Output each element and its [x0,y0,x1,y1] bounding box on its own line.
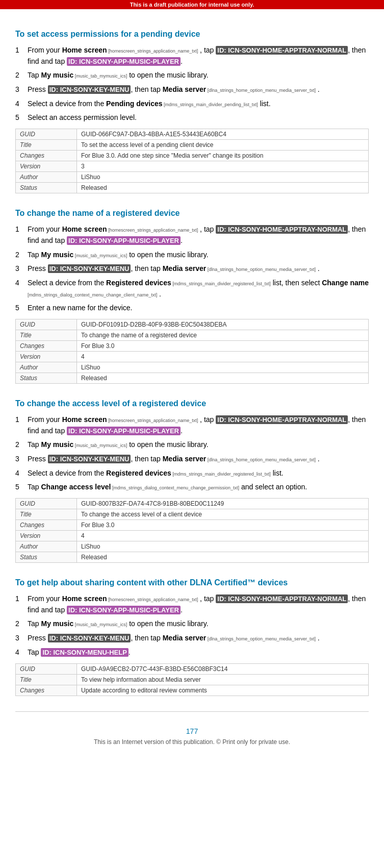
copyright-text: This is an Internet version of this publ… [15,738,369,746]
step-number: 1 [15,593,28,615]
steps-3: 1From your Home screen [homescreen_strin… [15,414,369,493]
section-title-4: To get help about sharing content with o… [15,578,369,587]
table-row: TitleTo change the access level of a cli… [16,509,369,520]
meta-value: LiShuo [77,362,369,373]
step-number: 4 [15,98,28,110]
meta-value: To change the name of a registered devic… [77,330,369,340]
meta-value: Released [77,373,369,383]
step-content: Enter a new name for the device. [28,303,369,314]
step-number: 3 [15,84,28,95]
meta-value: To set the access level of a pending cli… [77,140,369,151]
list-item: 1From your Home screen [homescreen_strin… [15,593,369,615]
footer: 177 This is an Internet version of this … [15,711,369,746]
meta-value: 4 [77,531,369,541]
meta-table-4: GUIDGUID-A9A9ECB2-D77C-443F-B3BD-E56C08B… [15,663,369,696]
step-number: 3 [15,263,28,275]
step-content: From your Home screen [homescreen_string… [28,224,369,246]
meta-label: Author [16,172,77,183]
table-row: StatusReleased [16,183,369,193]
table-row: ChangesFor Blue 3.0. Add one step since … [16,151,369,161]
meta-label: GUID [16,319,77,330]
step-content: Select a device from the Registered devi… [28,468,369,479]
meta-label: Version [16,531,77,541]
table-row: Version4 [16,531,369,541]
page-content: To set access permissions for a pending … [0,9,384,766]
step-content: Tap My music [music_tab_mymusic_ics] to … [28,439,369,451]
draft-banner: This is a draft publication for internal… [0,0,384,9]
table-row: StatusReleased [16,373,369,383]
meta-label: Status [16,552,77,563]
section-1: To set access permissions for a pending … [15,30,369,193]
meta-value: Released [77,552,369,563]
list-item: 2Tap My music [music_tab_mymusic_ics] to… [15,250,369,261]
meta-value: LiShuo [77,541,369,552]
table-row: TitleTo set the access level of a pendin… [16,140,369,151]
meta-value: 4 [77,351,369,362]
list-item: 1From your Home screen [homescreen_strin… [15,45,369,67]
table-row: ChangesFor Blue 3.0 [16,520,369,531]
step-number: 2 [15,250,28,261]
steps-1: 1From your Home screen [homescreen_strin… [15,45,369,123]
steps-4: 1From your Home screen [homescreen_strin… [15,593,369,658]
list-item: 3Press ID: ICN-SONY-KEY-MENU, then tap M… [15,263,369,275]
list-item: 1From your Home screen [homescreen_strin… [15,414,369,436]
meta-value: To view help information about Media ser… [77,674,369,685]
step-number: 5 [15,482,28,493]
list-item: 4Select a device from the Registered dev… [15,468,369,479]
step-content: Press ID: ICN-SONY-KEY-MENU, then tap Me… [28,84,369,95]
list-item: 1From your Home screen [homescreen_strin… [15,224,369,246]
section-4: To get help about sharing content with o… [15,578,369,696]
list-item: 4Select a device from the Registered dev… [15,278,369,300]
list-item: 4Select a device from the Pending device… [15,98,369,110]
table-row: GUIDGUID-DF01091D-D2BB-40F9-93BB-E0C5043… [16,319,369,330]
meta-value: GUID-8007B32F-DA74-47C8-91BB-80BED0C1124… [77,499,369,509]
meta-label: GUID [16,129,77,140]
meta-value: To change the access level of a client d… [77,509,369,520]
sections-container: To set access permissions for a pending … [15,30,369,696]
step-number: 3 [15,633,28,644]
meta-label: Version [16,351,77,362]
step-content: Select an access permission level. [28,112,369,123]
steps-2: 1From your Home screen [homescreen_strin… [15,224,369,314]
step-number: 4 [15,468,28,479]
meta-label: Author [16,362,77,373]
section-title-1: To set access permissions for a pending … [15,30,369,39]
step-content: From your Home screen [homescreen_string… [28,45,369,67]
table-row: GUIDGUID-8007B32F-DA74-47C8-91BB-80BED0C… [16,499,369,509]
meta-label: GUID [16,499,77,509]
step-number: 5 [15,112,28,123]
table-row: TitleTo change the name of a registered … [16,330,369,340]
step-number: 1 [15,45,28,67]
step-number: 2 [15,618,28,630]
step-content: From your Home screen [homescreen_string… [28,414,369,436]
list-item: 4Tap ID: ICN-SONY-MENU-HELP. [15,647,369,658]
list-item: 2Tap My music [music_tab_mymusic_ics] to… [15,618,369,630]
step-content: Tap Change access level [mdms_strings_di… [28,482,369,493]
meta-value: Released [77,183,369,193]
step-number: 2 [15,70,28,81]
step-number: 5 [15,303,28,314]
table-row: AuthorLiShuo [16,362,369,373]
step-number: 4 [15,647,28,658]
step-content: Select a device from the Pending devices… [28,98,369,110]
list-item: 5Tap Change access level [mdms_strings_d… [15,482,369,493]
meta-value: Update according to editoral review comm… [77,685,369,696]
meta-value: GUID-066FC9A7-DBA3-4BBA-A1E5-53443EA60BC… [77,129,369,140]
meta-label: Changes [16,340,77,351]
section-title-2: To change the name of a registered devic… [15,209,369,218]
step-content: Tap My music [music_tab_mymusic_ics] to … [28,70,369,81]
step-content: Press ID: ICN-SONY-KEY-MENU, then tap Me… [28,633,369,644]
list-item: 5Enter a new name for the device. [15,303,369,314]
meta-value: For Blue 3.0. Add one step since "Media … [77,151,369,161]
section-2: To change the name of a registered devic… [15,209,369,384]
step-number: 2 [15,439,28,451]
list-item: 5Select an access permission level. [15,112,369,123]
table-row: GUIDGUID-A9A9ECB2-D77C-443F-B3BD-E56C08B… [16,663,369,674]
step-content: Select a device from the Registered devi… [28,278,369,300]
meta-value: For Blue 3.0 [77,520,369,531]
meta-table-3: GUIDGUID-8007B32F-DA74-47C8-91BB-80BED0C… [15,498,369,563]
banner-text: This is a draft publication for internal… [130,2,254,8]
meta-label: Status [16,183,77,193]
table-row: ChangesFor Blue 3.0 [16,340,369,351]
table-row: TitleTo view help information about Medi… [16,674,369,685]
